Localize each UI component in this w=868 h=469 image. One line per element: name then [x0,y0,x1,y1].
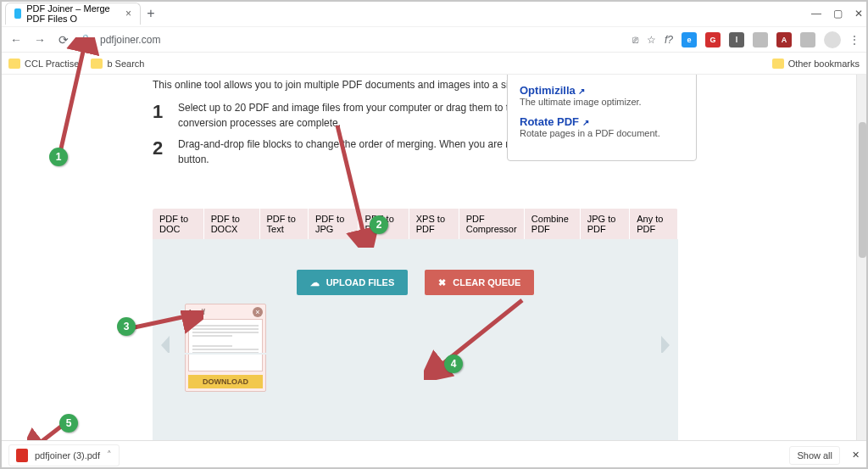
back-icon[interactable]: ← [8,33,24,47]
extension-icon[interactable] [800,32,815,47]
svg-line-0 [59,44,85,156]
download-button[interactable]: DOWNLOAD [188,375,263,388]
step-number: 2 [153,137,170,167]
profile-avatar[interactable] [824,31,841,48]
tab-pdf-to-doc[interactable]: PDF to DOC [153,209,204,239]
close-tab-icon[interactable]: × [125,8,131,20]
annotation-arrow [49,37,100,165]
close-downloads-icon[interactable]: ✕ [852,449,860,461]
download-file-name: pdfjoiner (3).pdf [35,450,100,461]
close-window-icon[interactable]: ✕ [854,8,863,20]
pdf-file-icon [16,449,28,462]
sidebar-link-optimizilla[interactable]: Optimizilla ↗ [520,84,585,97]
sidebar-link-rotatepdf[interactable]: Rotate PDF ↗ [520,115,589,128]
favicon [14,8,21,19]
download-item[interactable]: pdfjoiner (3).pdf ˄ [8,444,120,466]
tool-tabs: PDF to DOC PDF to DOCX PDF to Text PDF t… [153,209,678,239]
upload-files-button[interactable]: ☁UPLOAD FILES [297,270,409,295]
folder-icon [8,59,20,69]
annotation-badge: 4 [444,355,463,373]
forward-icon[interactable]: → [32,33,47,47]
extension-icon[interactable]: e [682,32,697,47]
clear-queue-button[interactable]: ✖CLEAR QUEUE [425,270,534,295]
external-link-icon: ↗ [582,118,589,127]
extension-icon[interactable]: l [729,32,744,47]
svg-line-1 [337,126,364,237]
other-bookmarks-label: Other bookmarks [788,59,860,69]
tab-jpg-to-pdf[interactable]: JPG to PDF [581,209,631,239]
cast-icon[interactable]: ⎚ [632,34,638,46]
browser-tab[interactable]: PDF Joiner – Merge PDF Files O × [5,3,141,25]
upload-icon: ☁ [310,277,320,288]
annotation-badge: 5 [59,414,78,433]
tab-xps-to-pdf[interactable]: XPS to PDF [409,209,459,239]
external-link-icon: ↗ [578,87,585,96]
extension-icon[interactable] [753,32,768,47]
tab-any-to-pdf[interactable]: Any to PDF [630,209,678,239]
extension-icon[interactable]: f? [665,34,673,46]
drop-area[interactable]: ☁UPLOAD FILES ✖CLEAR QUEUE 1.pdf× DOWNLO… [153,239,678,440]
minimize-icon[interactable]: — [811,8,821,20]
menu-icon[interactable]: ⋮ [849,34,860,46]
maximize-icon[interactable]: ▢ [833,8,843,20]
tab-pdf-to-text[interactable]: PDF to Text [260,209,309,239]
sidebar-desc: Rotate pages in a PDF document. [520,128,660,138]
remove-file-icon[interactable]: × [253,307,263,317]
tab-title: PDF Joiner – Merge PDF Files O [26,3,120,24]
annotation-arrow [424,295,534,380]
sidebar-links: Optimizilla ↗ The ultimate image optimiz… [507,75,697,161]
tab-pdf-compressor[interactable]: PDF Compressor [459,209,525,239]
tab-pdf-to-docx[interactable]: PDF to DOCX [204,209,260,239]
page-viewport: This online tool allows you to join mult… [0,75,856,440]
scrollbar-thumb[interactable] [859,122,866,258]
extension-icon[interactable]: G [705,32,721,47]
bookmark-star-icon[interactable]: ☆ [647,34,656,46]
address-bar[interactable]: pdfjoiner.com [100,34,160,46]
folder-icon [772,59,784,69]
bookmark-label: b Search [107,59,144,69]
scrollbar-track[interactable] [856,75,868,440]
divider [153,353,678,355]
tab-combine-pdf[interactable]: Combine PDF [525,209,581,239]
sidebar-desc: The ultimate image optimizer. [520,97,642,107]
new-tab-button[interactable]: + [141,3,161,24]
extension-icon[interactable]: A [776,32,792,47]
annotation-badge: 1 [49,148,68,166]
chevron-up-icon[interactable]: ˄ [107,449,112,461]
step-number: 1 [153,101,170,131]
annotation-badge: 3 [117,317,136,336]
show-all-downloads[interactable]: Show all [789,446,840,465]
clear-icon: ✖ [438,277,446,288]
annotation-badge: 2 [370,215,388,234]
other-bookmarks[interactable]: Other bookmarks [772,59,860,69]
